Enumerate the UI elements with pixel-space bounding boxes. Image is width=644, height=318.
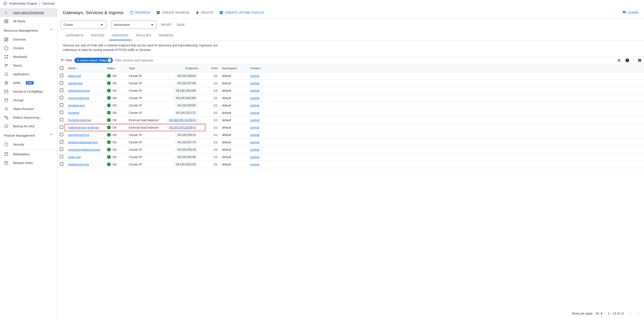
sidebar-item-objectbrowser[interactable]: Object Browser xyxy=(0,105,57,113)
cluster-link[interactable]: central xyxy=(250,82,259,85)
service-name-link[interactable]: paymentservice xyxy=(68,133,89,137)
namespace-select[interactable]: Namespace ▼ xyxy=(111,21,156,29)
breadcrumb-page[interactable]: Services xyxy=(42,2,55,5)
sidebar-item-storage[interactable]: Storage xyxy=(0,96,57,105)
sidebar-item-secrets[interactable]: Secrets & ConfigMaps xyxy=(0,87,57,96)
row-checkbox[interactable] xyxy=(60,162,63,166)
help-icon[interactable]: ? xyxy=(625,58,630,63)
sidebar-item-security[interactable]: Security xyxy=(0,140,57,149)
save-button[interactable]: SAVE xyxy=(176,23,185,27)
button-label: CREATE INGRESS xyxy=(162,11,190,14)
cluster-link[interactable]: central xyxy=(250,141,259,144)
column-header-endpoints[interactable]: Endpoints xyxy=(164,64,204,72)
row-checkbox[interactable] xyxy=(60,148,63,151)
service-name-link[interactable]: currencyservice xyxy=(68,96,89,100)
learn-button[interactable]: LEARN xyxy=(622,11,638,15)
service-name-link[interactable]: productcatalogservice xyxy=(68,141,98,144)
cluster-link[interactable]: central xyxy=(250,155,259,159)
delete-button[interactable]: DELETE xyxy=(196,11,213,15)
cluster-link[interactable]: central xyxy=(250,148,259,151)
filter-toggle[interactable]: Filter xyxy=(60,58,72,62)
sidebar-item-backup[interactable]: Backup for GKE xyxy=(0,122,57,131)
row-checkbox[interactable] xyxy=(60,118,63,122)
type-cell: Cluster IP xyxy=(126,94,164,102)
tab-ingress[interactable]: INGRESS xyxy=(156,31,176,40)
service-name-link[interactable]: shippingservice xyxy=(68,163,89,166)
sidebar-item-aiml[interactable]: AI/ML New xyxy=(0,79,57,87)
cluster-link[interactable]: central xyxy=(250,163,259,166)
row-checkbox[interactable] xyxy=(60,89,63,92)
service-name-link[interactable]: adservice xyxy=(68,74,81,78)
row-checkbox[interactable] xyxy=(60,103,63,107)
endpoint-link[interactable]: 34.169.233.112:80 ⧉ xyxy=(167,118,198,122)
reset-button[interactable]: RESET xyxy=(161,23,172,27)
create-uptime-button[interactable]: CREATE UPTIME CHECKS xyxy=(219,11,264,15)
sidebar-item-rollout[interactable]: Rollout Sequencing ... xyxy=(0,113,57,122)
sidebar-marketplace[interactable]: Marketplace xyxy=(0,150,57,159)
sidebar-all-fleets[interactable]: All Fleets xyxy=(0,17,57,26)
column-header-clusters[interactable]: Clusters xyxy=(248,64,644,72)
page-header: Gateways, Services & Ingress REFRESH CRE… xyxy=(57,7,644,19)
service-name-link[interactable]: checkoutservice xyxy=(68,89,90,92)
sidebar-item-overview[interactable]: Overview xyxy=(0,35,57,44)
sidebar-item-clusters[interactable]: Clusters xyxy=(0,44,57,53)
cluster-link[interactable]: central xyxy=(250,104,259,107)
column-header-name[interactable]: Name↑ xyxy=(66,64,105,72)
service-name-link[interactable]: frontend xyxy=(68,111,79,115)
svg-point-20 xyxy=(5,74,6,74)
sidebar-item-teams[interactable]: Teams xyxy=(0,61,57,70)
row-checkbox[interactable] xyxy=(60,81,63,85)
filter-chip[interactable]: Is system object : False ✕ xyxy=(74,58,113,63)
service-name-link[interactable]: redis-cart xyxy=(68,155,80,159)
status-ok-icon: ✓ xyxy=(107,148,111,151)
cluster-link[interactable]: central xyxy=(250,74,259,78)
columns-icon[interactable] xyxy=(638,58,642,63)
cluster-link[interactable]: central xyxy=(250,133,259,137)
service-name-link[interactable]: cartservice xyxy=(68,82,83,85)
sidebar-section-posture[interactable]: Posture Management ⌃ xyxy=(0,131,57,140)
tab-services[interactable]: SERVICES xyxy=(109,31,132,40)
endpoint-link[interactable]: 35.233.179.110:80 ⧉ xyxy=(167,125,198,130)
status-ok-icon: ✓ xyxy=(107,162,111,166)
tab-policies[interactable]: POLICIES xyxy=(133,31,154,40)
prev-page-button[interactable]: ‹ xyxy=(628,311,632,316)
cluster-select[interactable]: Cluster ▼ xyxy=(61,21,106,29)
row-checkbox[interactable] xyxy=(60,96,63,99)
cluster-link[interactable]: central xyxy=(250,118,259,122)
cluster-link[interactable]: central xyxy=(250,111,259,115)
sidebar-item-workloads[interactable]: Workloads xyxy=(0,53,57,61)
tab-routes[interactable]: ROUTES xyxy=(88,31,108,40)
service-name-link[interactable]: frontend-external xyxy=(68,118,91,122)
type-cell: Cluster IP xyxy=(126,131,164,139)
select-all-checkbox[interactable] xyxy=(60,66,63,70)
cluster-link[interactable]: central xyxy=(250,126,259,129)
breadcrumb-product[interactable]: Kubernetes Engine xyxy=(10,2,37,5)
service-name-link[interactable]: loadgenerator-external xyxy=(68,126,98,129)
tab-gateways[interactable]: GATEWAYS xyxy=(63,31,86,40)
cluster-link[interactable]: central xyxy=(250,89,259,92)
sidebar-item-applications[interactable]: Applications xyxy=(0,70,57,79)
sidebar-release-notes[interactable]: Release Notes xyxy=(0,159,57,167)
row-checkbox[interactable] xyxy=(60,155,63,158)
row-checkbox[interactable] xyxy=(60,140,63,144)
column-header-namespace[interactable]: Namespace xyxy=(220,64,248,72)
cluster-link[interactable]: central xyxy=(250,96,259,100)
row-checkbox[interactable] xyxy=(60,74,63,77)
sidebar-section-resource[interactable]: Resource Management ⌃ xyxy=(0,26,57,35)
rows-per-page-select[interactable]: 50 ▼ xyxy=(596,312,603,315)
service-name-link[interactable]: recommendationservice xyxy=(68,148,100,151)
filter-input[interactable] xyxy=(115,59,615,62)
column-header-status[interactable]: Status xyxy=(105,64,126,72)
column-header-pods[interactable]: Pods xyxy=(204,64,220,72)
column-header-type[interactable]: Type xyxy=(126,64,164,72)
row-checkbox[interactable] xyxy=(60,125,63,129)
row-checkbox[interactable] xyxy=(60,111,63,114)
sidebar-learn-enterprise[interactable]: E Learn about Enterprise xyxy=(0,8,57,17)
refresh-button[interactable]: REFRESH xyxy=(130,11,150,15)
clear-filter-icon[interactable] xyxy=(617,58,621,63)
service-name-link[interactable]: emailservice xyxy=(68,104,85,107)
chip-remove-icon[interactable]: ✕ xyxy=(108,59,111,62)
row-checkbox[interactable] xyxy=(60,133,63,136)
create-ingress-button[interactable]: CREATE INGRESS xyxy=(156,11,190,15)
next-page-button[interactable]: › xyxy=(636,311,640,316)
